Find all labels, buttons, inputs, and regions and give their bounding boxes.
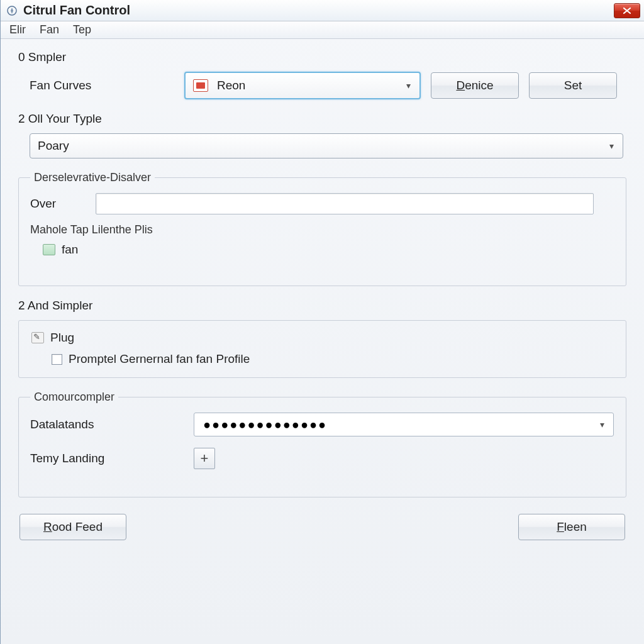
datalatands-label: Datalatands bbox=[30, 418, 184, 431]
over-label: Over bbox=[30, 197, 86, 211]
close-button[interactable] bbox=[614, 3, 640, 18]
derselevrative-group: Derselevrative-Disalver Over Mahole Tap … bbox=[18, 171, 626, 286]
fan-curves-dropdown[interactable]: Reon ▾ bbox=[184, 72, 421, 99]
chevron-down-icon: ▾ bbox=[406, 80, 411, 91]
typle-value: Poary bbox=[38, 139, 69, 153]
content-area: 0 Smpler Fan Curves Reon ▾ Denice Set 2 … bbox=[1, 39, 644, 549]
chevron-down-icon: ▾ bbox=[600, 419, 606, 430]
fan-item-label: fan bbox=[62, 243, 78, 257]
menu-fan[interactable]: Fan bbox=[36, 22, 63, 38]
comourcompler-group: Comourcompler Datalatands ●●●●●●●●●●●●●●… bbox=[18, 391, 626, 497]
promptel-checkbox[interactable] bbox=[52, 354, 62, 365]
temy-landing-label: Temy Landing bbox=[30, 452, 184, 465]
application-window: Citrul Fan Control Elir Fan Tep 0 Smpler… bbox=[0, 0, 644, 644]
section-2a-label: 2 Oll Your Typle bbox=[18, 112, 626, 126]
close-icon bbox=[623, 7, 631, 14]
rood-feed-button[interactable]: Rood Feed bbox=[19, 514, 126, 540]
chevron-down-icon: ▾ bbox=[609, 141, 614, 151]
fan-item-icon bbox=[43, 244, 55, 255]
typle-dropdown[interactable]: Poary ▾ bbox=[30, 133, 623, 158]
denice-button[interactable]: Denice bbox=[431, 72, 519, 99]
plug-item-label: Plug bbox=[50, 331, 74, 345]
reon-icon bbox=[193, 79, 208, 92]
temy-add-button[interactable]: + bbox=[194, 448, 215, 469]
mahole-subgroup-label: Mahole Tap Lilenthe Plis bbox=[30, 223, 614, 236]
datalatands-value: ●●●●●●●●●●●●●● bbox=[203, 418, 327, 432]
footer-buttons: Rood Feed Fleen bbox=[18, 514, 626, 540]
plug-edit-icon[interactable] bbox=[31, 332, 44, 343]
section-0-label: 0 Smpler bbox=[18, 50, 626, 64]
fan-curves-label: Fan Curves bbox=[30, 79, 174, 92]
fleen-button[interactable]: Fleen bbox=[518, 514, 625, 540]
menu-elir[interactable]: Elir bbox=[6, 22, 30, 38]
title-bar: Citrul Fan Control bbox=[1, 0, 644, 21]
menu-bar: Elir Fan Tep bbox=[1, 21, 644, 39]
derselevrative-legend: Derselevrative-Disalver bbox=[30, 171, 155, 184]
app-icon bbox=[6, 4, 18, 17]
datalatands-dropdown[interactable]: ●●●●●●●●●●●●●● ▾ bbox=[194, 413, 614, 436]
comourcompler-legend: Comourcompler bbox=[30, 391, 118, 404]
set-button[interactable]: Set bbox=[529, 72, 617, 99]
window-title: Citrul Fan Control bbox=[23, 3, 614, 18]
section-2b-label: 2 And Simpler bbox=[18, 299, 626, 313]
set-label: Set bbox=[564, 79, 582, 92]
plus-icon: + bbox=[201, 450, 209, 467]
and-simpler-group: Plug Promptel Gernernal fan fan Profile bbox=[18, 320, 626, 378]
fan-curves-value: Reon bbox=[217, 79, 245, 92]
denice-label-rest: enice bbox=[465, 79, 493, 92]
promptel-label: Promptel Gernernal fan fan Profile bbox=[69, 352, 250, 366]
over-input[interactable] bbox=[96, 193, 594, 214]
menu-tep[interactable]: Tep bbox=[69, 22, 95, 38]
